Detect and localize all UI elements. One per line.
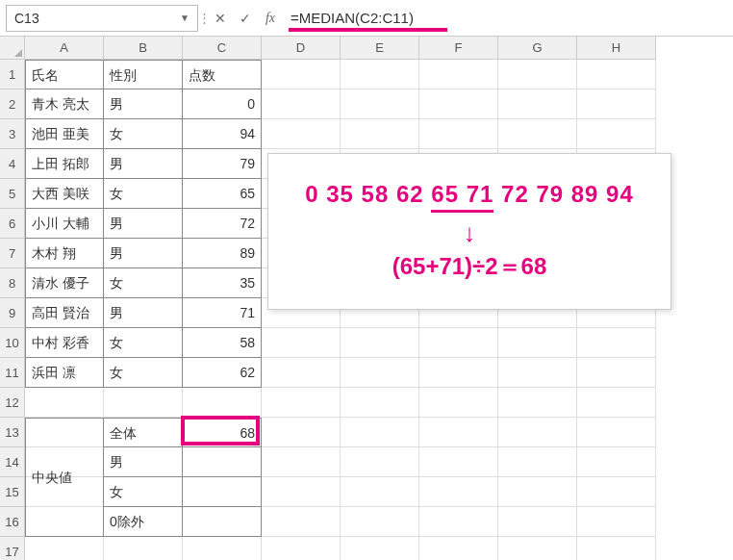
- cell-G2[interactable]: [498, 89, 577, 119]
- cell-F14[interactable]: [419, 447, 498, 477]
- column-header-H[interactable]: H: [577, 37, 656, 60]
- cell-name-10[interactable]: 中村 彩香: [25, 328, 104, 358]
- cells-layer[interactable]: 氏名性別点数青木 亮太男0池田 亜美女94上田 拓郎男79大西 美咲女65小川 …: [25, 60, 733, 560]
- cell-name-7[interactable]: 木村 翔: [25, 239, 104, 268]
- cell-F11[interactable]: [419, 358, 498, 388]
- cell-D1[interactable]: [262, 60, 341, 89]
- cell-H16[interactable]: [577, 507, 656, 537]
- cell-E15[interactable]: [341, 477, 419, 507]
- cell-name-3[interactable]: 池田 亜美: [25, 119, 104, 149]
- cell-G16[interactable]: [498, 507, 577, 537]
- cell-E12[interactable]: [341, 388, 419, 418]
- cell-gender-7[interactable]: 男: [104, 239, 183, 268]
- row-header-15[interactable]: 15: [0, 477, 25, 507]
- accept-formula-button[interactable]: ✓: [233, 6, 258, 31]
- cell-name-5[interactable]: 大西 美咲: [25, 179, 104, 209]
- row-header-12[interactable]: 12: [0, 388, 25, 418]
- cell-E16[interactable]: [341, 507, 419, 537]
- cell-score-8[interactable]: 35: [183, 268, 262, 298]
- row-header-4[interactable]: 4: [0, 149, 25, 179]
- cell-G3[interactable]: [498, 119, 577, 149]
- cell-F1[interactable]: [419, 60, 498, 89]
- name-box[interactable]: C13 ▼: [6, 5, 198, 32]
- cell-score-2[interactable]: 0: [183, 89, 262, 119]
- cell-A12[interactable]: [25, 388, 104, 418]
- cell-H2[interactable]: [577, 89, 656, 119]
- row-header-16[interactable]: 16: [0, 507, 25, 537]
- cell-D11[interactable]: [262, 358, 341, 388]
- cell-score-4[interactable]: 79: [183, 149, 262, 179]
- row-header-10[interactable]: 10: [0, 328, 25, 358]
- row-header-9[interactable]: 9: [0, 298, 25, 328]
- column-header-C[interactable]: C: [183, 37, 262, 60]
- cell-C12[interactable]: [183, 388, 262, 418]
- cell-H1[interactable]: [577, 60, 656, 89]
- summary-row-value-15[interactable]: [183, 477, 262, 507]
- cell-H15[interactable]: [577, 477, 656, 507]
- cell-E3[interactable]: [341, 119, 419, 149]
- cell-D16[interactable]: [262, 507, 341, 537]
- row-header-5[interactable]: 5: [0, 179, 25, 209]
- cell-gender-4[interactable]: 男: [104, 149, 183, 179]
- header-name[interactable]: 氏名: [25, 60, 104, 89]
- row-header-13[interactable]: 13: [0, 418, 25, 447]
- cell-F15[interactable]: [419, 477, 498, 507]
- cell-gender-3[interactable]: 女: [104, 119, 183, 149]
- row-header-3[interactable]: 3: [0, 119, 25, 149]
- cell-score-10[interactable]: 58: [183, 328, 262, 358]
- cell-F10[interactable]: [419, 328, 498, 358]
- cell-G12[interactable]: [498, 388, 577, 418]
- summary-row-value-13[interactable]: 68: [183, 418, 262, 447]
- cell-F3[interactable]: [419, 119, 498, 149]
- cell-E10[interactable]: [341, 328, 419, 358]
- cell-score-7[interactable]: 89: [183, 239, 262, 268]
- row-header-17[interactable]: 17: [0, 537, 25, 560]
- cell-D13[interactable]: [262, 418, 341, 447]
- cell-score-9[interactable]: 71: [183, 298, 262, 328]
- row-header-2[interactable]: 2: [0, 89, 25, 119]
- cell-E2[interactable]: [341, 89, 419, 119]
- cell-gender-2[interactable]: 男: [104, 89, 183, 119]
- column-header-B[interactable]: B: [104, 37, 183, 60]
- cell-D10[interactable]: [262, 328, 341, 358]
- cell-G1[interactable]: [498, 60, 577, 89]
- cell-name-2[interactable]: 青木 亮太: [25, 89, 104, 119]
- cell-name-9[interactable]: 高田 賢治: [25, 298, 104, 328]
- cell-G15[interactable]: [498, 477, 577, 507]
- cell-G10[interactable]: [498, 328, 577, 358]
- cell-D15[interactable]: [262, 477, 341, 507]
- cell-H12[interactable]: [577, 388, 656, 418]
- cell-E1[interactable]: [341, 60, 419, 89]
- cell-E14[interactable]: [341, 447, 419, 477]
- column-header-A[interactable]: A: [25, 37, 104, 60]
- cell-score-11[interactable]: 62: [183, 358, 262, 388]
- row-header-7[interactable]: 7: [0, 239, 25, 268]
- column-header-D[interactable]: D: [262, 37, 341, 60]
- cell-gender-10[interactable]: 女: [104, 328, 183, 358]
- row-header-8[interactable]: 8: [0, 268, 25, 298]
- formula-input[interactable]: =MEDIAN(C2:C11): [283, 5, 727, 32]
- cell-F13[interactable]: [419, 418, 498, 447]
- row-header-14[interactable]: 14: [0, 447, 25, 477]
- cell-D12[interactable]: [262, 388, 341, 418]
- cell-D17[interactable]: [262, 537, 341, 560]
- summary-row-value-16[interactable]: [183, 507, 262, 537]
- header-gender[interactable]: 性別: [104, 60, 183, 89]
- cell-gender-6[interactable]: 男: [104, 209, 183, 239]
- cell-H3[interactable]: [577, 119, 656, 149]
- cell-H11[interactable]: [577, 358, 656, 388]
- column-header-E[interactable]: E: [341, 37, 419, 60]
- select-all-button[interactable]: [0, 37, 25, 60]
- fx-icon[interactable]: fx: [258, 6, 283, 31]
- cell-A17[interactable]: [25, 537, 104, 560]
- cell-name-6[interactable]: 小川 大輔: [25, 209, 104, 239]
- cell-H17[interactable]: [577, 537, 656, 560]
- summary-row-label-14[interactable]: 男: [104, 447, 183, 477]
- cell-E13[interactable]: [341, 418, 419, 447]
- cell-score-3[interactable]: 94: [183, 119, 262, 149]
- cell-name-11[interactable]: 浜田 凛: [25, 358, 104, 388]
- cell-F17[interactable]: [419, 537, 498, 560]
- summary-label[interactable]: 中央値: [25, 418, 104, 537]
- cell-name-8[interactable]: 清水 優子: [25, 268, 104, 298]
- cell-C17[interactable]: [183, 537, 262, 560]
